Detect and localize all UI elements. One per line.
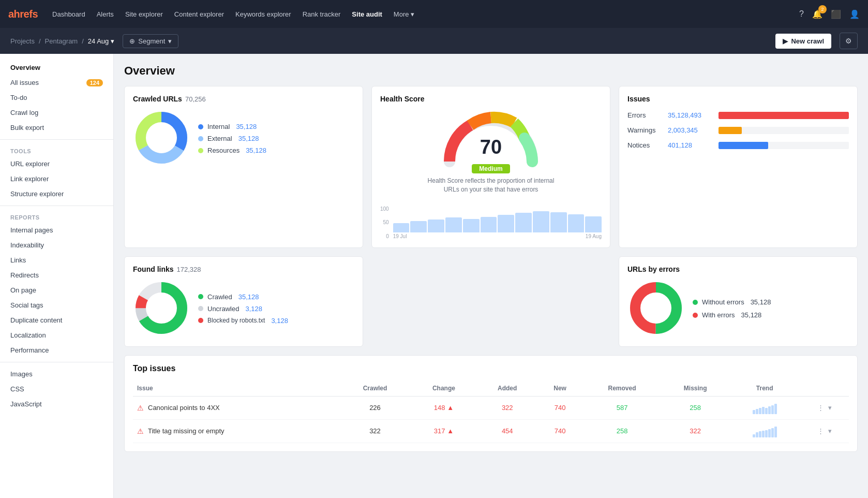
health-score-chart: 100 50 0	[380, 199, 602, 239]
col-missing: Missing	[661, 380, 729, 397]
issues-card: Issues Errors 35,128,493 Warnings 2,003,…	[619, 86, 858, 248]
legend-resources: Resources 35,128	[198, 147, 266, 154]
errors-value[interactable]: 35,128,493	[668, 111, 714, 119]
crawled-urls-title: Crawled URLs 70,256	[133, 95, 354, 103]
help-icon[interactable]: ?	[799, 9, 804, 19]
sidebar-divider-2	[0, 206, 113, 206]
sidebar-item-javascript[interactable]: JavaScript	[0, 397, 113, 412]
breadcrumb-sep2: /	[82, 37, 84, 45]
warnings-bar	[719, 127, 742, 134]
notifications-icon[interactable]: 🔔 2	[812, 9, 822, 19]
top-issues-title: Top issues	[133, 364, 849, 373]
nav-more[interactable]: More▾	[388, 7, 420, 21]
sidebar-item-social-tags[interactable]: Social tags	[0, 298, 113, 313]
sidebar-divider-3	[0, 362, 113, 362]
chevron-down-icon-2[interactable]: ▾	[828, 427, 832, 435]
breadcrumb-projects[interactable]: Projects	[10, 37, 35, 45]
issues-title: Issues	[627, 95, 849, 103]
issue-1-missing: 258	[661, 396, 729, 419]
issue-2-added: 454	[477, 419, 537, 443]
legend-dot-internal	[198, 124, 203, 129]
more-icon-2[interactable]: ⋮	[817, 427, 824, 435]
nav-site-audit[interactable]: Site audit	[347, 7, 387, 21]
nav-keywords-explorer[interactable]: Keywords explorer	[230, 7, 296, 21]
top-issues-table: Issue Crawled Change Added New Removed M…	[133, 380, 849, 443]
error-icon-2: ⚠	[137, 427, 144, 435]
sidebar-item-link-explorer[interactable]: Link explorer	[0, 171, 113, 186]
sidebar-item-bulk-export[interactable]: Bulk export	[0, 120, 113, 135]
urls-by-errors-donut	[627, 280, 684, 338]
urls-by-errors-title: URLs by errors	[627, 265, 849, 273]
sidebar-item-localization[interactable]: Localization	[0, 328, 113, 343]
breadcrumb-date[interactable]: 24 Aug▾	[88, 37, 115, 45]
issue-2-trend	[729, 419, 800, 443]
nav-content-explorer[interactable]: Content explorer	[169, 7, 229, 21]
nav-rank-tracker[interactable]: Rank tracker	[297, 7, 346, 21]
crawled-urls-donut	[133, 109, 190, 168]
screen-icon[interactable]: ⬛	[831, 9, 841, 19]
legend-with-errors: With errors 35,128	[693, 311, 771, 319]
play-icon: ▶	[783, 37, 788, 45]
issue-2-new: 740	[537, 419, 583, 443]
legend-dot-without	[693, 300, 698, 305]
segment-button[interactable]: ⊕Segment▾	[123, 34, 178, 48]
all-issues-badge: 124	[86, 79, 103, 86]
legend-internal: Internal 35,128	[198, 123, 266, 130]
crawled-urls-legend: Internal 35,128 External 35,128 Resource…	[198, 123, 266, 154]
legend-value-internal[interactable]: 35,128	[236, 123, 257, 130]
crawl-settings-button[interactable]: ⚙	[840, 33, 858, 49]
nav-site-explorer[interactable]: Site explorer	[120, 7, 168, 21]
empty-middle	[371, 256, 610, 347]
sidebar-item-images[interactable]: Images	[0, 367, 113, 382]
found-links-card: Found links 172,328	[124, 256, 363, 347]
nav-dashboard[interactable]: Dashboard	[47, 7, 91, 21]
sidebar-item-on-page[interactable]: On page	[0, 283, 113, 298]
legend-dot-uncrawled	[198, 306, 203, 311]
sidebar-item-internal-pages[interactable]: Internal pages	[0, 223, 113, 238]
issue-1-actions[interactable]: ⋮ ▾	[800, 396, 849, 419]
found-links-content: Crawled 35,128 Uncrawled 3,128 Blocked b…	[133, 280, 354, 338]
warnings-value[interactable]: 2,003,345	[668, 126, 714, 134]
more-icon-1[interactable]: ⋮	[817, 404, 824, 412]
issues-warnings-row: Warnings 2,003,345	[627, 126, 849, 134]
errors-bar-wrap	[719, 112, 849, 119]
chevron-down-icon-1[interactable]: ▾	[828, 404, 832, 412]
sidebar-item-todo[interactable]: To-do	[0, 90, 113, 105]
sidebar-item-performance[interactable]: Performance	[0, 343, 113, 358]
notices-bar	[719, 142, 768, 149]
sidebar-item-all-issues[interactable]: All issues 124	[0, 75, 113, 90]
table-row: ⚠ Title tag missing or empty 322 317 ▲ 4…	[133, 419, 849, 443]
breadcrumb-project[interactable]: Pentagram	[45, 37, 78, 45]
user-icon[interactable]: 👤	[849, 9, 860, 19]
sidebar-item-css[interactable]: CSS	[0, 382, 113, 397]
legend-external: External 35,128	[198, 135, 266, 142]
page-title: Overview	[124, 64, 858, 78]
found-links-legend: Crawled 35,128 Uncrawled 3,128 Blocked b…	[198, 293, 288, 325]
breadcrumb-bar: Projects / Pentagram / 24 Aug▾ ⊕Segment▾…	[0, 28, 868, 54]
nav-alerts[interactable]: Alerts	[92, 7, 119, 21]
legend-label-internal: Internal	[207, 123, 230, 130]
sidebar-item-redirects[interactable]: Redirects	[0, 268, 113, 283]
sidebar-item-links[interactable]: Links	[0, 253, 113, 268]
sidebar-item-structure-explorer[interactable]: Structure explorer	[0, 186, 113, 201]
sidebar-item-overview[interactable]: Overview	[0, 60, 113, 75]
errors-label: Errors	[627, 111, 664, 119]
sidebar-item-crawl-log[interactable]: Crawl log	[0, 105, 113, 120]
legend-value-external[interactable]: 35,128	[238, 135, 259, 142]
urls-by-errors-legend: Without errors 35,128 With errors 35,128	[693, 298, 771, 319]
sidebar-item-indexability[interactable]: Indexability	[0, 238, 113, 253]
table-row: ⚠ Canonical points to 4XX 226 148 ▲ 322 …	[133, 396, 849, 419]
notices-label: Notices	[627, 141, 664, 149]
found-links-count: 172,328	[177, 266, 201, 273]
notices-value[interactable]: 401,128	[668, 141, 714, 149]
svg-text:70: 70	[480, 136, 502, 158]
legend-value-resources[interactable]: 35,128	[246, 147, 266, 154]
sidebar-item-url-explorer[interactable]: URL explorer	[0, 156, 113, 171]
new-crawl-button[interactable]: ▶ New crawl	[775, 34, 831, 49]
legend-label-external: External	[207, 135, 232, 142]
issue-2-actions[interactable]: ⋮ ▾	[800, 419, 849, 443]
legend-blocked: Blocked by robots.txt 3,128	[198, 317, 288, 325]
logo[interactable]: ahrefs	[8, 8, 38, 20]
sidebar-item-duplicate-content[interactable]: Duplicate content	[0, 313, 113, 328]
warnings-bar-wrap	[719, 127, 849, 134]
